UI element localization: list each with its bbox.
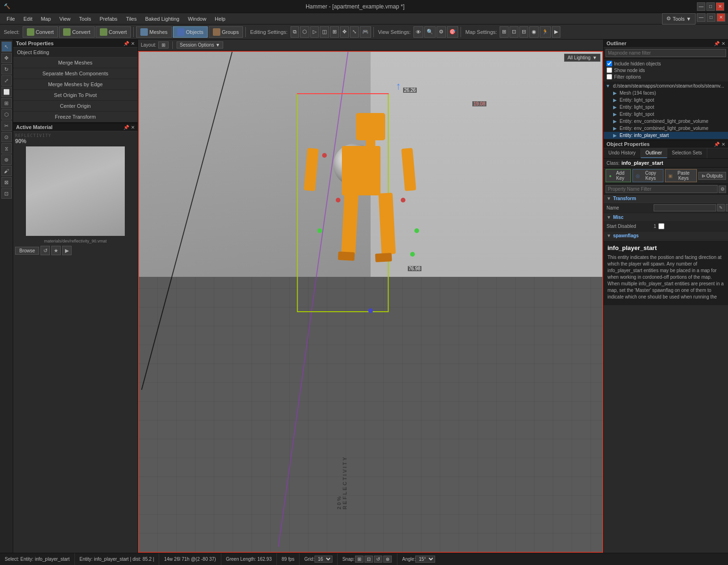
tool-10[interactable]: ⧖ <box>1 143 12 153</box>
snap-btn-2[interactable]: ⊡ <box>364 556 373 563</box>
tab-selection-sets[interactable]: Selection Sets <box>667 148 707 158</box>
tool-12[interactable]: 🖌 <box>1 166 12 176</box>
tree-item-6[interactable]: ▶ Entity: info_player_start <box>604 132 728 139</box>
tool-7[interactable]: ⬡ <box>1 109 12 120</box>
vs-btn-2[interactable]: 🔍 <box>424 26 436 38</box>
show-node-ids-checkbox[interactable] <box>607 67 612 73</box>
outliner-filter-input[interactable] <box>606 49 726 57</box>
prop-filter-gear[interactable]: ⚙ <box>719 186 726 193</box>
tool-set-origin-to-pivot[interactable]: Set Origin To Pivot <box>13 90 138 101</box>
ms-btn-1[interactable]: ⊞ <box>500 26 509 38</box>
grid-select[interactable]: 16832 <box>315 556 332 563</box>
tools-dropdown[interactable]: ⚙ Tools ▼ <box>662 13 696 24</box>
es-btn-3[interactable]: ▷ <box>310 26 319 38</box>
menu-window[interactable]: Window <box>184 15 210 23</box>
ms-btn-5[interactable]: 🏃 <box>540 26 551 38</box>
obj-props-pin[interactable]: 📌 <box>714 142 720 147</box>
tree-item-1[interactable]: ▶ Entity: light_spot <box>604 97 728 104</box>
es-btn-1[interactable]: ⧉ <box>291 26 299 38</box>
angle-select[interactable]: 15°5°45° <box>415 556 435 563</box>
tool-props-pin[interactable]: 📌 <box>123 41 129 46</box>
snap-btn-3[interactable]: ↺ <box>374 556 382 563</box>
lighting-dropdown[interactable]: All Lighting ▼ <box>564 54 600 62</box>
ms-btn-4[interactable]: ◉ <box>529 26 539 38</box>
es-btn-7[interactable]: ⤡ <box>350 26 359 38</box>
filter-options-checkbox[interactable] <box>607 74 612 80</box>
mat-icon-btn-2[interactable]: ★ <box>51 246 61 255</box>
close-button[interactable]: ✕ <box>716 2 724 11</box>
add-key-btn[interactable]: ● Add Key <box>606 169 631 182</box>
tree-item-4[interactable]: ▶ Entity: env_combined_light_probe_volum… <box>604 118 728 125</box>
misc-header[interactable]: ▼ Misc <box>604 213 728 222</box>
menu-view[interactable]: View <box>56 15 74 23</box>
tool-separate-components[interactable]: Separate Mesh Components <box>13 68 138 79</box>
menu-tools[interactable]: Tools <box>75 15 95 23</box>
paste-keys-btn[interactable]: ▣ Paste Keys <box>665 169 697 182</box>
menu-prefabs[interactable]: Prefabs <box>96 15 121 23</box>
convert-btn-1[interactable]: Convert <box>23 26 58 38</box>
transform-header[interactable]: ▼ Transform <box>604 194 728 203</box>
tab-undo-history[interactable]: Undo History <box>604 148 641 158</box>
tool-8[interactable]: ✂ <box>1 121 12 131</box>
meshes-btn[interactable]: Meshes <box>136 26 172 38</box>
objects-btn[interactable]: Objects <box>173 26 208 38</box>
session-options-btn[interactable]: Session Options ▼ <box>177 41 224 48</box>
menu-tiles[interactable]: Tiles <box>122 15 140 23</box>
tree-root[interactable]: ▼ d:/steam/steamapps/common/steamvr/tool… <box>604 82 728 89</box>
name-edit-btn[interactable]: ✎ <box>717 204 725 211</box>
copy-keys-btn[interactable]: ◎ Copy Keys <box>632 169 663 182</box>
tree-item-2[interactable]: ▶ Entity: light_spot <box>604 104 728 111</box>
tool-rect[interactable]: ⬜ <box>1 87 12 97</box>
tool-rotate[interactable]: ↻ <box>1 64 12 74</box>
vs-btn-3[interactable]: ⚙ <box>437 26 446 38</box>
snap-btn-1[interactable]: ⊞ <box>355 556 364 563</box>
start-disabled-checkbox[interactable] <box>658 223 664 229</box>
tool-13[interactable]: ⊠ <box>1 177 12 187</box>
tool-merge-meshes[interactable]: Merge Meshes <box>13 57 138 68</box>
maximize-button[interactable]: □ <box>706 2 715 11</box>
tool-scale[interactable]: ⤢ <box>1 75 12 86</box>
tab-outliner[interactable]: Outliner <box>641 148 667 158</box>
menu-edit[interactable]: Edit <box>20 15 36 23</box>
tool-6[interactable]: ⊞ <box>1 98 12 108</box>
active-mat-pin[interactable]: 📌 <box>123 125 129 130</box>
tree-item-0[interactable]: ▶ Mesh (194 faces) <box>604 89 728 97</box>
include-hidden-checkbox[interactable] <box>607 61 612 66</box>
ms-btn-6[interactable]: ▶ <box>552 26 560 38</box>
ms-btn-3[interactable]: ⊟ <box>519 26 528 38</box>
vs-btn-4[interactable]: 🎯 <box>447 26 458 38</box>
es-btn-5[interactable]: ⊞ <box>330 26 339 38</box>
es-btn-6[interactable]: ✥ <box>340 26 349 38</box>
outliner-pin[interactable]: 📌 <box>714 41 720 46</box>
name-chain-btn[interactable]: ⛓ <box>726 204 728 211</box>
tool-merge-meshes-by-edge[interactable]: Merge Meshes by Edge <box>13 79 138 90</box>
vs-btn-1[interactable]: 👁 <box>413 26 423 38</box>
tree-item-5[interactable]: ▶ Entity: env_combined_light_probe_volum… <box>604 125 728 132</box>
menu-close[interactable]: ✕ <box>717 13 725 22</box>
spawnflags-header[interactable]: ▼ spawnflags <box>604 232 728 240</box>
menu-maximize[interactable]: □ <box>707 13 715 22</box>
menu-minimize[interactable]: — <box>697 13 705 22</box>
tool-center-origin[interactable]: Center Origin <box>13 101 138 112</box>
tool-11[interactable]: ⊛ <box>1 154 12 165</box>
tool-props-close[interactable]: ✕ <box>131 41 135 46</box>
es-btn-2[interactable]: ⬡ <box>300 26 309 38</box>
viewport[interactable]: ↑ 26.26 19.08 76.98 <box>138 51 603 553</box>
browse-btn[interactable]: Browse <box>15 247 39 255</box>
menu-map[interactable]: Map <box>37 15 55 23</box>
prop-filter-input[interactable] <box>606 185 718 193</box>
tool-select[interactable]: ↖ <box>1 41 12 52</box>
minimize-button[interactable]: — <box>697 2 705 11</box>
mat-icon-btn-1[interactable]: ↺ <box>40 246 50 255</box>
layout-toggle[interactable]: ⊞ <box>158 41 169 48</box>
menu-file[interactable]: File <box>3 15 19 23</box>
mat-icon-btn-3[interactable]: ▶ <box>62 246 72 255</box>
tool-move[interactable]: ✥ <box>1 53 12 63</box>
outliner-close[interactable]: ✕ <box>721 41 725 46</box>
tool-14[interactable]: ⊡ <box>1 188 12 199</box>
name-input[interactable] <box>654 204 716 211</box>
menu-baked-lighting[interactable]: Baked Lighting <box>141 15 183 23</box>
active-mat-close[interactable]: ✕ <box>131 125 135 130</box>
convert-btn-2[interactable]: Convert <box>59 26 95 38</box>
tool-9[interactable]: ⊙ <box>1 132 12 142</box>
